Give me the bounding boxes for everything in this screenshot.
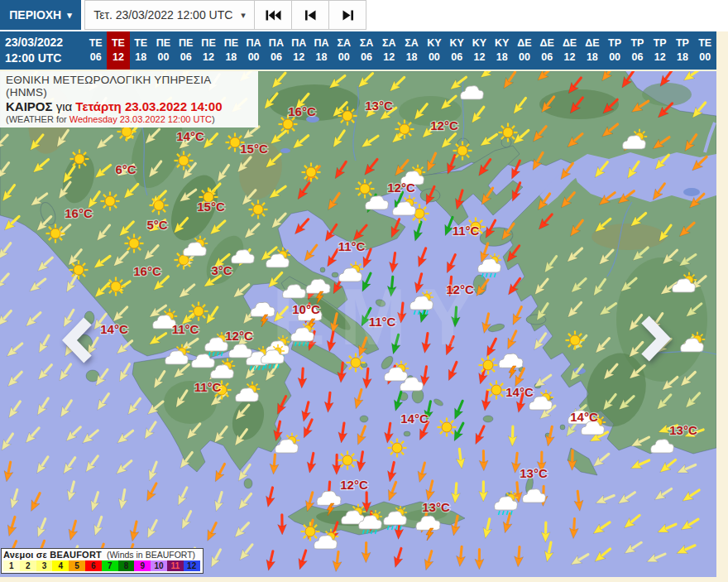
temperature-label: 16°C <box>65 206 93 220</box>
temperature-label: 13°C <box>422 500 450 514</box>
timeline-step[interactable]: ΤΡ06 <box>626 31 649 70</box>
temperature-label: 14°C <box>570 410 598 424</box>
timeline-step[interactable]: ΔΕ00 <box>513 31 535 70</box>
caret-down-icon: ▾ <box>67 10 72 21</box>
top-toolbar: ΠΕΡΙΟΧΗ ▾ Τετ. 23/03/2022 12:00 UTC ▾ <box>0 0 728 31</box>
temperature-label: 12°C <box>340 478 368 492</box>
legend-scale: 123456789101112 <box>3 560 201 571</box>
step-back-button[interactable] <box>291 0 329 30</box>
sun-icon <box>338 451 357 470</box>
sun-icon <box>70 150 89 169</box>
legend-beaufort-cell: 2 <box>20 560 36 571</box>
timeline-step[interactable]: ΔΕ12 <box>558 31 581 70</box>
timeline-step[interactable]: ΣΑ18 <box>400 31 423 70</box>
timeline-step[interactable]: ΤΕ12 <box>107 31 129 70</box>
timeline-step[interactable]: ΚΥ12 <box>468 31 491 70</box>
map-next-button[interactable] <box>634 315 673 363</box>
timeline-selected-datetime: 23/03/2022 12:00 UTC <box>0 31 84 70</box>
step-forward-button[interactable] <box>328 0 366 30</box>
sun-icon <box>338 107 357 126</box>
sun-icon <box>107 277 126 296</box>
temperature-label: 6°C <box>115 162 136 176</box>
sun-icon <box>189 302 208 321</box>
datetime-value: Τετ. 23/03/2022 12:00 UTC <box>93 8 232 22</box>
timeline-step[interactable]: ΚΥ06 <box>446 31 468 70</box>
step-back-icon <box>304 10 317 21</box>
datetime-dropdown[interactable]: Τετ. 23/03/2022 12:00 UTC ▾ <box>84 0 255 30</box>
timeline-step[interactable]: ΤΡ00 <box>603 31 625 70</box>
sun-icon <box>46 224 65 243</box>
temperature-label: 10°C <box>292 302 320 316</box>
island <box>501 137 511 147</box>
temperature-label: 13°C <box>365 99 393 113</box>
sun-icon <box>395 120 414 139</box>
timeline-step[interactable]: ΠΕ18 <box>220 31 242 70</box>
map-prev-button[interactable] <box>60 316 99 364</box>
sun-icon <box>125 234 144 253</box>
temperature-label: 13°C <box>520 466 548 480</box>
sun-icon <box>499 123 518 142</box>
timeline-step[interactable]: ΤΕ18 <box>130 31 152 70</box>
skip-to-start-button[interactable] <box>254 0 292 30</box>
temperature-label: 14°C <box>176 129 204 143</box>
temperature-label: 12°C <box>446 282 474 296</box>
sun-icon <box>249 200 268 219</box>
temperature-label: 14°C <box>100 322 128 336</box>
timeline-step[interactable]: ΤΕ00 <box>694 31 716 70</box>
temperature-label: 14°C <box>505 385 534 399</box>
temperature-label: 11°C <box>194 380 222 394</box>
beaufort-legend: Ανεμοι σε BEAUFORT(Winds in BEAUFORT) 12… <box>1 548 204 574</box>
sun-icon <box>566 331 585 350</box>
timeline-step[interactable]: ΠΕ00 <box>152 31 175 70</box>
timeline-step[interactable]: ΠΕ12 <box>197 31 219 70</box>
timeline-step[interactable]: ΤΡ18 <box>671 31 693 70</box>
temperature-label: 11°C <box>172 322 199 336</box>
hnms-title: ΕΘΝΙΚΗ ΜΕΤΕΩΡΟΛΟΓΙΚΗ ΥΠΗΡΕΣΙΑ (HNMS) <box>6 74 252 99</box>
map-title-overlay: ΕΘΝΙΚΗ ΜΕΤΕΩΡΟΛΟΓΙΚΗ ΥΠΗΡΕΣΙΑ (HNMS) ΚΑΙ… <box>0 71 258 127</box>
legend-beaufort-cell: 6 <box>85 560 102 571</box>
legend-beaufort-cell: 11 <box>167 560 184 571</box>
temperature-label: 12°C <box>225 329 253 343</box>
island <box>360 416 368 422</box>
step-forward-icon <box>342 10 354 21</box>
timeline-step[interactable]: ΚΥ00 <box>423 31 445 70</box>
timeline-steps: ΤΕ06ΤΕ12ΤΕ18ΠΕ00ΠΕ06ΠΕ12ΠΕ18ΠΑ00ΠΑ06ΠΑ12… <box>84 31 716 70</box>
timeline-step[interactable]: ΔΕ06 <box>536 31 558 70</box>
timeline-step[interactable]: ΔΕ18 <box>581 31 603 70</box>
temperature-label: 16°C <box>133 264 161 278</box>
sun-icon <box>388 439 407 458</box>
temperature-label: 15°C <box>240 142 268 156</box>
skip-to-start-icon <box>266 10 281 21</box>
legend-beaufort-cell: 9 <box>134 560 151 571</box>
sun-icon <box>150 196 169 215</box>
timeline-step[interactable]: ΠΕ06 <box>175 31 197 70</box>
sun-icon <box>347 354 366 373</box>
timeline-step[interactable]: ΠΑ00 <box>242 31 265 70</box>
region-dropdown-button[interactable]: ΠΕΡΙΟΧΗ ▾ <box>0 0 81 30</box>
timeline-step[interactable]: ΣΑ12 <box>378 31 400 70</box>
island <box>483 416 493 422</box>
timeline-step[interactable]: ΤΡ12 <box>649 31 671 70</box>
timeline-step[interactable]: ΠΑ06 <box>265 31 287 70</box>
timeline-step[interactable]: ΠΑ18 <box>310 31 333 70</box>
forecast-timeline-bar: 23/03/2022 12:00 UTC ΤΕ06ΤΕ12ΤΕ18ΠΕ00ΠΕ0… <box>0 31 716 70</box>
temperature-label: 15°C <box>197 200 225 214</box>
forecast-local-datetime: ΚΑΙΡΟΣ για Τετάρτη 23.03.2022 14:00 <box>6 99 252 113</box>
sun-icon <box>302 163 321 182</box>
sun-icon <box>453 142 472 161</box>
timeline-step[interactable]: ΣΑ06 <box>355 31 377 70</box>
timeline-step[interactable]: ΚΥ18 <box>491 31 513 70</box>
temperature-label: 11°C <box>338 239 366 253</box>
legend-beaufort-cell: 3 <box>36 560 53 571</box>
timeline-step[interactable]: ΠΑ12 <box>288 31 310 70</box>
island <box>404 431 410 436</box>
region-button-label: ΠΕΡΙΟΧΗ <box>9 8 61 22</box>
sun-icon <box>479 356 498 375</box>
temperature-label: 5°C <box>146 218 167 232</box>
island <box>244 479 252 488</box>
temperature-label: 11°C <box>369 315 396 329</box>
timeline-step[interactable]: ΣΑ00 <box>333 31 355 70</box>
timeline-time: 12:00 UTC <box>5 51 84 66</box>
timeline-step[interactable]: ΤΕ06 <box>84 31 107 70</box>
caret-down-icon: ▾ <box>241 10 246 21</box>
